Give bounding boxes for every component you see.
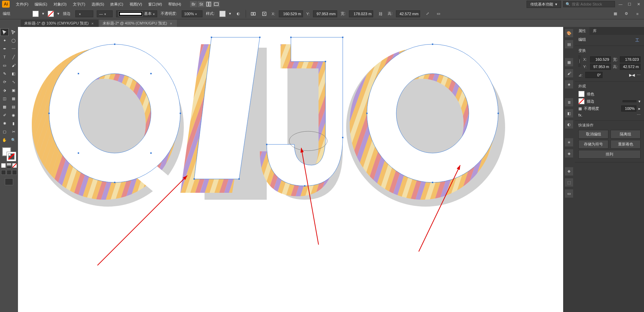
canvas-area[interactable] (18, 27, 563, 312)
dock-artboards-icon[interactable]: ▭ (565, 189, 573, 198)
bridge-icon[interactable]: Br (190, 1, 197, 7)
dock-brushes-icon[interactable]: 🖌 (565, 69, 573, 77)
prop-fill-swatch[interactable] (578, 91, 585, 97)
transform-each-icon[interactable]: ⤢ (424, 10, 431, 18)
prop-opacity-field[interactable]: 100% (621, 105, 636, 112)
align-icon[interactable] (249, 10, 257, 18)
fill-swatch[interactable] (32, 11, 39, 17)
dock-gradient-icon[interactable]: ◧ (565, 109, 573, 117)
tool-width[interactable]: ⬗ (0, 86, 9, 94)
stroke-weight-stepper[interactable]: ▾ (638, 99, 641, 104)
document-tab-2[interactable]: 未标题-2* @ 400% (CMYK/GPU 预览) × (99, 20, 177, 27)
tool-gradient[interactable]: ▤ (9, 103, 18, 111)
btn-isolate[interactable]: 隔离组 (610, 130, 641, 139)
tool-shape-builder[interactable]: ◫ (0, 95, 9, 102)
menu-view[interactable]: 视图(V) (127, 1, 145, 8)
dock-color-icon[interactable]: 🎨 (565, 29, 573, 37)
menu-text[interactable]: 文字(T) (70, 1, 88, 8)
tool-mesh[interactable]: ▩ (0, 103, 9, 111)
y-field[interactable]: 97.953 mm (313, 10, 337, 17)
close-tab-icon[interactable]: × (170, 21, 172, 26)
btn-recolor[interactable]: 重新着色 (610, 140, 641, 149)
stroke-weight-field[interactable] (75, 10, 93, 17)
dock-graphic-styles-icon[interactable]: ◈ (565, 149, 573, 158)
variable-width-profile[interactable]: — (97, 10, 113, 17)
dock-layers-icon[interactable]: ❖ (565, 167, 573, 176)
document-tab-1[interactable]: 未标题-1* @ 100% (CMYK/GPU 预览) × (21, 20, 98, 27)
tool-magic-wand[interactable]: ✦ (0, 37, 9, 44)
prop-w-field[interactable]: 178.023 (620, 56, 641, 63)
prop-stroke-swatch[interactable] (578, 98, 585, 104)
tool-direct-selection[interactable] (9, 28, 18, 36)
window-minimize[interactable]: — (617, 1, 624, 7)
recolor-icon[interactable]: ◐ (235, 10, 242, 18)
tool-rotate[interactable]: ⟳ (0, 78, 9, 86)
expand-link[interactable]: 工 (634, 37, 641, 44)
stroke-box[interactable] (7, 152, 16, 161)
menu-select[interactable]: 选择(S) (89, 1, 107, 8)
workspace-switcher[interactable]: 传统基本功能▾ (527, 1, 561, 8)
graphic-style-swatch[interactable] (219, 11, 226, 17)
doc-setup-icon[interactable]: ▦ (612, 10, 619, 18)
x-field[interactable]: 160.529 m (279, 10, 303, 17)
tool-curvature[interactable]: 〰 (9, 45, 18, 53)
dock-asset-export-icon[interactable]: ⬚ (565, 178, 573, 187)
prop-x-field[interactable]: 160.529 (590, 56, 611, 63)
tool-hand[interactable]: ✋ (0, 136, 9, 144)
fill-dropdown-icon[interactable]: ▾ (42, 11, 44, 16)
reference-point-widget[interactable] (578, 55, 580, 67)
tool-lasso[interactable]: ◯ (9, 37, 18, 44)
opacity-field[interactable]: 100% (182, 10, 202, 17)
color-mode-none[interactable] (12, 163, 17, 168)
tool-shaper[interactable]: ✎ (0, 70, 9, 77)
opacity-dropdown-icon[interactable]: ▸ (638, 106, 641, 111)
menu-object[interactable]: 对象(O) (51, 1, 69, 8)
dock-appearance-icon[interactable]: ☀ (565, 138, 573, 146)
menu-effect[interactable]: 效果(C) (107, 1, 126, 8)
gpu-icon[interactable] (213, 1, 220, 7)
transform-ref-icon[interactable] (261, 10, 268, 18)
rotate-options-icon[interactable]: ⋯ (637, 73, 641, 77)
dock-transparency-icon[interactable]: ◐ (565, 120, 573, 129)
menu-file[interactable]: 文件(F) (13, 1, 31, 8)
screen-mode[interactable] (5, 178, 13, 185)
tool-eraser[interactable]: ◧ (9, 70, 18, 77)
stroke-dropdown-icon[interactable]: ▾ (57, 11, 59, 16)
prop-y-field[interactable]: 97.953 m (590, 64, 611, 70)
btn-ungroup[interactable]: 取消编组 (578, 130, 608, 139)
w-field[interactable]: 178.023 m (349, 10, 373, 17)
tool-free-transform[interactable]: ▣ (9, 86, 18, 94)
fill-stroke-control[interactable] (2, 147, 16, 161)
tool-zoom[interactable]: 🔍 (9, 136, 18, 144)
draw-inside[interactable] (12, 170, 17, 175)
prop-fx-label[interactable]: fx. (578, 113, 583, 117)
h-field[interactable]: 42.572 mm (396, 10, 420, 17)
prop-angle-field[interactable]: 0° (585, 72, 603, 78)
color-mode-solid[interactable] (1, 163, 6, 168)
tool-line[interactable]: ╱ (9, 53, 18, 61)
menu-help[interactable]: 帮助(H) (165, 1, 184, 8)
btn-save-symbol[interactable]: 存储为符号 (578, 140, 608, 149)
prop-h-field[interactable]: 42.572 m (620, 64, 641, 70)
shape-props-icon[interactable]: ▭ (435, 10, 442, 18)
brush-definition[interactable]: 基本 (116, 10, 157, 17)
style-dropdown-icon[interactable]: ▾ (229, 11, 231, 16)
stock-icon[interactable]: St (198, 1, 205, 7)
panel-tab-properties[interactable]: 属性 (575, 27, 589, 35)
appearance-more-icon[interactable]: ⋯ (637, 113, 641, 117)
flip-h-icon[interactable]: ▶◀ (629, 73, 635, 77)
tool-artboard[interactable]: ▢ (0, 128, 9, 135)
prefs-icon[interactable]: ⚙ (623, 10, 630, 18)
panel-tab-libraries[interactable]: 库 (589, 27, 600, 35)
close-tab-icon[interactable]: × (92, 21, 94, 26)
draw-normal[interactable] (1, 170, 6, 175)
dock-symbols-icon[interactable]: ♣ (565, 80, 573, 88)
control-menu-icon[interactable]: ≡ (634, 10, 641, 18)
prop-stroke-weight[interactable] (623, 100, 636, 102)
artwork-canvas[interactable] (18, 27, 563, 312)
arrange-docs-icon[interactable] (205, 1, 212, 7)
tool-blend[interactable]: ◉ (9, 111, 18, 119)
stock-search[interactable]: 🔍 搜索 Adobe Stock (563, 1, 615, 7)
btn-arrange[interactable]: 排列 (578, 150, 641, 159)
draw-behind[interactable] (7, 170, 11, 175)
